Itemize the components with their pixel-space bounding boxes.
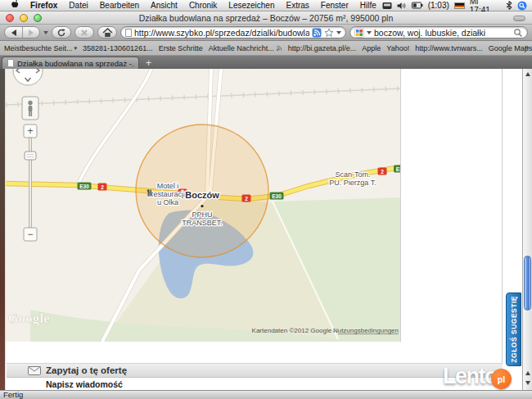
search-magnifier-icon[interactable] bbox=[513, 28, 523, 38]
svg-text:2: 2 bbox=[381, 169, 384, 175]
window-scrollbar[interactable] bbox=[522, 69, 532, 390]
page-content: E30 2 2 2 E30 2 E30 Motel i bbox=[0, 69, 532, 390]
url-input[interactable]: http://www.szybko.pl/sprzedaz/dzialki/bu… bbox=[134, 28, 309, 38]
business-label: PPHU bbox=[192, 211, 212, 219]
screen: Firefox Datei Bearbeiten Ansicht Chronik… bbox=[0, 0, 532, 399]
bookmarks-bar: Meistbesuchte Seit...▾ 358281-130601261.… bbox=[0, 41, 532, 56]
spotlight-icon[interactable] bbox=[517, 1, 527, 11]
scroll-down-icon bbox=[525, 381, 530, 385]
home-icon bbox=[102, 28, 113, 38]
status-text: Fertig bbox=[3, 390, 23, 399]
motel-label: Motel i bbox=[157, 182, 179, 190]
bookmark-item[interactable]: Yahoo! bbox=[386, 44, 409, 52]
scroll-up-button-bottom[interactable] bbox=[523, 369, 532, 378]
reload-button[interactable] bbox=[52, 26, 71, 39]
menu-ansicht[interactable]: Ansicht bbox=[145, 1, 183, 10]
volume-icon[interactable] bbox=[397, 2, 407, 10]
svg-text:u Olka: u Olka bbox=[157, 198, 178, 206]
stop-icon bbox=[80, 29, 88, 37]
menu-bar: Firefox Datei Bearbeiten Ansicht Chronik… bbox=[0, 0, 532, 11]
page-left-edge bbox=[0, 69, 6, 390]
bluetooth-icon[interactable] bbox=[506, 1, 512, 10]
navigation-toolbar: http://www.szybko.pl/sprzedaz/dzialki/bu… bbox=[0, 25, 532, 41]
home-button[interactable] bbox=[97, 26, 117, 39]
search-input[interactable]: boczow, woj. lubuskie, działki bbox=[374, 28, 511, 38]
inquiry-section-header: Zapytaj o tę ofertę bbox=[7, 363, 503, 378]
language-flag-icon[interactable] bbox=[454, 2, 465, 9]
livemark-feed-icon bbox=[276, 45, 282, 52]
reload-icon bbox=[56, 28, 66, 38]
envelope-icon bbox=[28, 366, 41, 375]
battery-time: (1:03) bbox=[428, 1, 449, 10]
menu-firefox[interactable]: Firefox bbox=[25, 1, 63, 10]
search-bar[interactable]: boczow, woj. lubuskie, działki bbox=[349, 26, 528, 39]
tab-favicon-icon bbox=[7, 59, 14, 67]
bookmark-item[interactable]: 358281-130601261... bbox=[83, 44, 153, 52]
battery-icon[interactable] bbox=[412, 2, 423, 9]
window-title: Działka budowlana na sprzedaż – Boczów –… bbox=[49, 13, 483, 23]
google-engine-icon[interactable] bbox=[354, 28, 364, 38]
svg-text:2: 2 bbox=[245, 196, 248, 202]
back-icon bbox=[11, 29, 16, 36]
bookmark-item-feed[interactable]: Aktuelle Nachricht... bbox=[209, 44, 282, 52]
bookmark-item[interactable]: Apple bbox=[362, 44, 381, 52]
chevron-down-icon: ▾ bbox=[74, 45, 78, 52]
bookmark-star-icon[interactable] bbox=[324, 28, 334, 38]
write-message-link[interactable]: Napisz wiadomość bbox=[46, 379, 123, 389]
google-logo: Google bbox=[8, 311, 50, 326]
scan-tom-label: Scan-Tom. bbox=[335, 170, 370, 179]
minimize-window-button[interactable] bbox=[20, 14, 28, 22]
search-engine-dropdown-icon[interactable] bbox=[367, 31, 372, 34]
bookmark-item[interactable]: http://www.tvnwars... bbox=[415, 44, 483, 52]
lento-logo-text: Lento bbox=[443, 364, 497, 389]
url-bar[interactable]: http://www.szybko.pl/sprzedaz/dzialki/bu… bbox=[120, 26, 346, 39]
menu-bearbeiten[interactable]: Bearbeiten bbox=[94, 1, 145, 10]
menu-fenster[interactable]: Fenster bbox=[315, 1, 354, 10]
window-title-bar[interactable]: Działka budowlana na sprzedaż – Boczów –… bbox=[0, 11, 532, 25]
page-right-border bbox=[502, 69, 503, 370]
svg-text:TRANSBET.: TRANSBET. bbox=[182, 219, 223, 227]
zoom-slider-handle[interactable] bbox=[25, 152, 36, 160]
toolbar-toggle-pill-button[interactable] bbox=[513, 16, 525, 21]
url-dropdown-icon[interactable] bbox=[336, 31, 341, 34]
lento-pl-badge: pl bbox=[491, 369, 512, 389]
active-tab[interactable]: Działka budowlana na sprzedaż -... bbox=[2, 57, 139, 69]
svg-text:E30: E30 bbox=[272, 193, 282, 199]
menu-hilfe[interactable]: Hilfe bbox=[354, 1, 382, 10]
lento-watermark: Lento pl bbox=[443, 364, 512, 389]
menu-extras[interactable]: Extras bbox=[281, 1, 315, 10]
apple-icon bbox=[11, 0, 19, 9]
svg-text:Restauracja: Restauracja bbox=[148, 190, 187, 198]
back-button[interactable] bbox=[5, 27, 22, 38]
scrollbar-thumb[interactable] bbox=[524, 256, 531, 311]
new-tab-button[interactable]: + bbox=[139, 57, 158, 69]
bookmark-item[interactable]: Erste Schritte bbox=[159, 44, 203, 52]
svg-text:E30: E30 bbox=[79, 184, 89, 189]
scroll-up-button[interactable] bbox=[523, 70, 532, 79]
map-terms-link[interactable]: Nutzungsbedingungen bbox=[333, 327, 399, 334]
bookmarks-overflow-icon[interactable]: » bbox=[524, 43, 529, 52]
google-map[interactable]: E30 2 2 2 E30 2 E30 Motel i bbox=[6, 69, 401, 342]
menu-chronik[interactable]: Chronik bbox=[183, 1, 223, 10]
suggest-button[interactable]: ZGŁOŚ SUGESTIĘ bbox=[506, 292, 521, 366]
tab-title: Działka budowlana na sprzedaż -... bbox=[17, 59, 133, 68]
zoom-window-button[interactable] bbox=[34, 14, 42, 22]
history-dropdown-icon[interactable] bbox=[43, 31, 48, 34]
forward-button[interactable] bbox=[22, 27, 39, 38]
status-bar: Fertig bbox=[0, 390, 532, 399]
tab-bar: Działka budowlana na sprzedaż -... + bbox=[0, 56, 532, 69]
map-attribution: Kartendaten ©2012 Google - bbox=[252, 327, 336, 334]
menu-lesezeichen[interactable]: Lesezeichen bbox=[223, 1, 280, 10]
close-window-button[interactable] bbox=[6, 14, 14, 22]
rss-feed-icon[interactable] bbox=[312, 28, 322, 38]
poi-dot-icon bbox=[201, 205, 203, 207]
scroll-down-button[interactable] bbox=[523, 379, 532, 388]
apple-menu[interactable] bbox=[5, 0, 25, 11]
svg-text:2: 2 bbox=[101, 184, 104, 190]
bookmark-item[interactable]: http://bi.gazeta.pl/e... bbox=[288, 44, 357, 52]
scroll-up-icon bbox=[525, 72, 530, 76]
stop-button[interactable] bbox=[74, 26, 94, 39]
bookmark-most-visited[interactable]: Meistbesuchte Seit...▾ bbox=[4, 44, 77, 52]
menu-datei[interactable]: Datei bbox=[63, 1, 93, 10]
input-source-icon[interactable] bbox=[382, 2, 392, 10]
